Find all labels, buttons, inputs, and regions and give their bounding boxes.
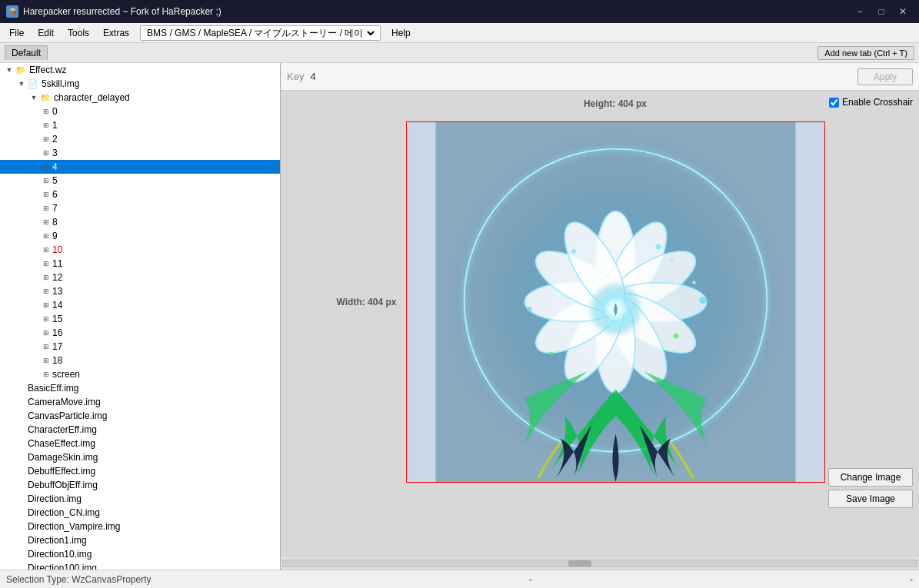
expand-9-icon[interactable]: ⊞	[40, 230, 52, 242]
tree-item-direction100[interactable]: Direction100.img	[0, 561, 280, 570]
expand-13-icon[interactable]: ⊞	[40, 285, 52, 297]
expand-debuffobjeff-icon[interactable]	[15, 479, 28, 491]
scroll-thumb[interactable]	[568, 560, 591, 566]
expand-16-icon[interactable]: ⊞	[40, 327, 52, 339]
expand-14-icon[interactable]: ⊞	[40, 299, 52, 311]
tree-item-14[interactable]: ⊞ 14	[0, 298, 280, 312]
save-image-button[interactable]: Save Image	[828, 490, 913, 508]
expand-6-icon[interactable]: ⊞	[40, 188, 52, 201]
tree-item-10[interactable]: ⊞ 10	[0, 243, 280, 257]
tree-item-character-delayed[interactable]: ▼ 📁 character_delayed	[0, 91, 280, 105]
tree-label-screen: screen	[52, 369, 80, 380]
tree-item-0[interactable]: ⊞ 0	[0, 105, 280, 118]
tree-item-debuffobjeff[interactable]: DebuffObjEff.img	[0, 478, 280, 492]
tree-item-18[interactable]: ⊞ 18	[0, 354, 280, 367]
expand-direction-vampire-icon[interactable]	[15, 520, 28, 533]
tree-item-direction[interactable]: Direction.img	[0, 492, 280, 506]
tree-item-17[interactable]: ⊞ 17	[0, 340, 280, 354]
tree-item-7[interactable]: ⊞ 7	[0, 201, 280, 215]
tree-item-9[interactable]: ⊞ 9	[0, 229, 280, 243]
expand-18-icon[interactable]: ⊞	[40, 354, 52, 367]
expand-char-icon[interactable]: ▼	[28, 91, 40, 104]
expand-10-icon[interactable]: ⊞	[40, 244, 52, 256]
height-value: 404 px	[618, 98, 647, 109]
tree-item-charactereff[interactable]: CharacterEff.img	[0, 423, 280, 437]
expand-12-icon[interactable]: ⊞	[40, 271, 52, 284]
expand-direction100-icon[interactable]	[15, 562, 28, 570]
maximize-button[interactable]: □	[871, 3, 891, 20]
expand-canvasparticle-icon[interactable]	[15, 410, 28, 422]
expand-11-icon[interactable]: ⊞	[40, 257, 52, 270]
tree-item-direction-cn[interactable]: Direction_CN.img	[0, 506, 280, 520]
add-tab-button[interactable]: Add new tab (Ctrl + T)	[817, 46, 914, 60]
tree-item-12[interactable]: ⊞ 12	[0, 271, 280, 284]
tree-item-15[interactable]: ⊞ 15	[0, 312, 280, 326]
expand-cameramove-icon[interactable]	[15, 396, 28, 408]
scroll-track[interactable]	[282, 560, 917, 567]
tree-item-2[interactable]: ⊞ 2	[0, 132, 280, 146]
tree-label-13: 13	[52, 286, 62, 297]
tree-item-3[interactable]: ⊞ 3	[0, 146, 280, 160]
tree-item-direction10[interactable]: Direction10.img	[0, 547, 280, 561]
expand-17-icon[interactable]: ⊞	[40, 341, 52, 353]
expand-8-icon[interactable]: ⊞	[40, 216, 52, 228]
tree-item-direction1[interactable]: Direction1.img	[0, 533, 280, 547]
tree-item-5[interactable]: ⊞ 5	[0, 174, 280, 188]
tree-item-screen[interactable]: ⊞ screen	[0, 367, 280, 381]
expand-basiceff-icon[interactable]	[15, 382, 28, 394]
tree-item-4[interactable]: ⊞ 4	[0, 160, 280, 174]
menu-edit[interactable]: Edit	[32, 26, 60, 40]
expand-direction-cn-icon[interactable]	[15, 507, 28, 519]
tree-item-11[interactable]: ⊞ 11	[0, 257, 280, 271]
tree-item-16[interactable]: ⊞ 16	[0, 326, 280, 340]
tree-item-cameramove[interactable]: CameraMove.img	[0, 395, 280, 409]
expand-direction10-icon[interactable]	[15, 548, 28, 560]
menu-tools[interactable]: Tools	[62, 26, 95, 40]
expand-5skill-icon[interactable]: ▼	[15, 78, 28, 90]
tree-item-6[interactable]: ⊞ 6	[0, 188, 280, 201]
tree-item-debuffeffect[interactable]: DebuffEffect.img	[0, 464, 280, 478]
minimize-button[interactable]: −	[850, 3, 870, 20]
left-panel: ▼ 📁 Effect.wz ▼ 📄 5skill.img ▼ 📁 charact…	[0, 63, 281, 570]
tree-item-chaseeffect[interactable]: ChaseEffect.img	[0, 437, 280, 450]
region-select[interactable]: BMS / GMS / MapleSEA / マイプルストーリー / 메이	[144, 27, 377, 39]
tree-item-13[interactable]: ⊞ 13	[0, 284, 280, 298]
expand-charactereff-icon[interactable]	[15, 424, 28, 436]
close-button[interactable]: ✕	[893, 3, 913, 20]
expand-icon[interactable]: ▼	[3, 64, 15, 76]
expand-1-icon[interactable]: ⊞	[40, 119, 52, 131]
tree-item-direction-vampire[interactable]: Direction_Vampire.img	[0, 520, 280, 533]
expand-chaseeffect-icon[interactable]	[15, 437, 28, 450]
menu-help[interactable]: Help	[385, 26, 417, 40]
expand-debuffeffect-icon[interactable]	[15, 465, 28, 477]
expand-3-icon[interactable]: ⊞	[40, 147, 52, 159]
change-image-button[interactable]: Change Image	[828, 468, 913, 487]
apply-button[interactable]: Apply	[857, 68, 913, 85]
tree-root[interactable]: ▼ 📁 Effect.wz	[0, 63, 280, 77]
tree-item-5skill[interactable]: ▼ 📄 5skill.img	[0, 77, 280, 91]
menu-extras[interactable]: Extras	[97, 26, 135, 40]
expand-direction-icon[interactable]	[15, 493, 28, 505]
expand-4-icon[interactable]: ⊞	[40, 161, 52, 173]
tree-label-15: 15	[52, 314, 62, 324]
bottom-scrollbar[interactable]	[281, 556, 919, 570]
tree-item-canvasparticle[interactable]: CanvasParticle.img	[0, 409, 280, 423]
default-tab[interactable]: Default	[5, 45, 48, 60]
expand-7-icon[interactable]: ⊞	[40, 202, 52, 214]
expand-15-icon[interactable]: ⊞	[40, 313, 52, 325]
expand-0-icon[interactable]: ⊞	[40, 105, 52, 118]
expand-direction1-icon[interactable]	[15, 534, 28, 546]
tree-item-damageskin[interactable]: DamageSkin.img	[0, 450, 280, 464]
menu-file[interactable]: File	[3, 26, 30, 40]
svg-point-33	[670, 258, 674, 262]
expand-screen-icon[interactable]: ⊞	[40, 368, 52, 380]
region-dropdown[interactable]: BMS / GMS / MapleSEA / マイプルストーリー / 메이	[140, 25, 381, 41]
tree-scroll[interactable]: ▼ 📁 Effect.wz ▼ 📄 5skill.img ▼ 📁 charact…	[0, 63, 280, 570]
tree-item-basiceff[interactable]: BasicEff.img	[0, 381, 280, 395]
tree-item-1[interactable]: ⊞ 1	[0, 118, 280, 132]
expand-5-icon[interactable]: ⊞	[40, 174, 52, 187]
expand-2-icon[interactable]: ⊞	[40, 133, 52, 145]
tree-label-direction-cn: Direction_CN.img	[28, 507, 100, 518]
expand-damageskin-icon[interactable]	[15, 451, 28, 463]
tree-item-8[interactable]: ⊞ 8	[0, 215, 280, 229]
